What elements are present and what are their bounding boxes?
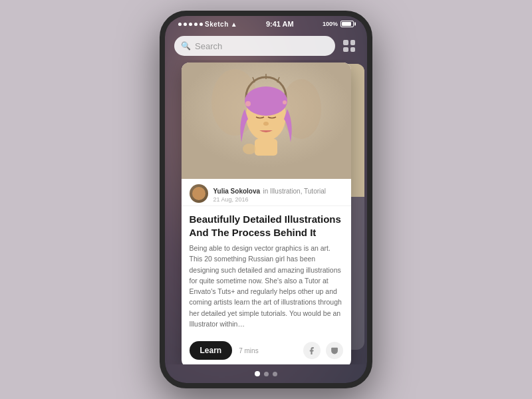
share-facebook-button[interactable] [303, 342, 321, 359]
status-right: 100% [323, 21, 354, 27]
pagination-dots [165, 364, 367, 383]
battery-fill [342, 22, 351, 26]
svg-point-17 [283, 100, 287, 104]
signal-dots: Sketch ▲ [178, 21, 237, 28]
grid-cell [350, 40, 356, 45]
svg-point-15 [243, 144, 256, 154]
signal-dot [200, 23, 203, 26]
grid-cell [350, 47, 356, 53]
time-display: 9:41 AM [266, 20, 294, 28]
search-placeholder: Search [195, 41, 329, 51]
signal-dot [194, 23, 198, 26]
pagination-dot-1[interactable] [255, 371, 260, 376]
pocket-save-button[interactable] [326, 342, 343, 359]
svg-point-16 [245, 101, 251, 106]
cards-container: MaSu [165, 60, 367, 364]
card-title: Beautifully Detailed Illustrations And T… [190, 213, 343, 239]
card-illustration [182, 63, 351, 179]
author-avatar [190, 184, 208, 203]
battery-icon [340, 21, 354, 27]
status-bar: Sketch ▲ 9:41 AM 100% [165, 16, 367, 32]
card-actions [303, 342, 343, 359]
read-time: 7 mins [239, 347, 258, 354]
author-date: 21 Aug, 2016 [213, 196, 343, 203]
avatar-face [192, 187, 205, 200]
author-name: Yulia Sokolova in Illustration, Tutorial [213, 184, 343, 196]
svg-point-13 [263, 122, 269, 126]
battery-percentage: 100% [323, 21, 338, 27]
pagination-dot-2[interactable] [264, 372, 269, 376]
wifi-icon: ▲ [231, 21, 237, 28]
search-area: 🔍 Search [165, 32, 367, 60]
svg-rect-14 [255, 139, 277, 156]
card-author-row: Yulia Sokolova in Illustration, Tutorial… [182, 179, 351, 206]
card-footer: Learn 7 mins [182, 336, 351, 364]
phone-content: Sketch ▲ 9:41 AM 100% 🔍 Search [165, 16, 367, 383]
learn-button[interactable]: Learn [190, 341, 233, 360]
svg-point-12 [245, 86, 287, 116]
facebook-icon [307, 346, 316, 355]
card-body: Beautifully Detailed Illustrations And T… [182, 206, 351, 336]
card-excerpt: Being able to design vector graphics is … [190, 243, 343, 329]
carrier-label: Sketch [205, 21, 229, 28]
grid-cell [343, 47, 348, 53]
search-bar[interactable]: 🔍 Search [174, 36, 335, 56]
search-icon: 🔍 [181, 41, 191, 51]
phone-frame: Sketch ▲ 9:41 AM 100% 🔍 Search [160, 11, 372, 388]
grid-view-button[interactable] [340, 37, 358, 55]
pocket-icon [330, 346, 338, 355]
main-card: Yulia Sokolova in Illustration, Tutorial… [182, 63, 351, 364]
signal-dot [178, 23, 182, 26]
grid-cell [343, 40, 348, 45]
signal-dot [184, 23, 187, 26]
author-info: Yulia Sokolova in Illustration, Tutorial… [213, 184, 343, 203]
pagination-dot-3[interactable] [273, 372, 277, 376]
signal-dot [189, 23, 192, 26]
